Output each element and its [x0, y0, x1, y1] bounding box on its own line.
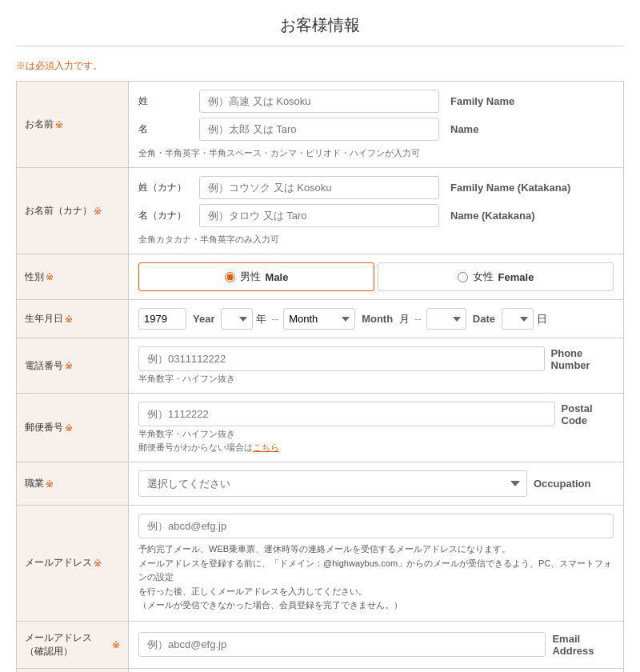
email-confirm-input-cell: Email Address: [129, 622, 623, 668]
email-confirm-label: メールアドレス（確認用）※: [17, 622, 129, 668]
postal-link[interactable]: こちら: [253, 442, 279, 452]
female-label: 女性: [473, 270, 494, 284]
dob-row: Year 年 -- Month Month 月 -- Date: [138, 308, 614, 330]
gender-choices: 男性 Male 女性 Female: [138, 262, 614, 291]
page-title: お客様情報: [0, 0, 640, 46]
given-name-label: 名: [138, 122, 194, 136]
postal-annotation: Postal Code: [562, 402, 614, 426]
sep1: --: [271, 313, 278, 325]
postal-input[interactable]: [138, 402, 555, 426]
family-name-row: 姓 Family Name: [138, 90, 614, 113]
email-confirm-annotation: Email Address: [552, 633, 614, 657]
postal-hint1: 半角数字・ハイフン抜き: [138, 428, 614, 440]
birthdate-row: 生年月日※ Year 年 -- Month Month 月 --: [17, 300, 623, 338]
given-name-row: 名 Name: [138, 118, 614, 141]
email-note: 予約完了メール、WEB乗車票、運休時等の連絡メールを受信するメールアドレスになり…: [138, 542, 614, 613]
phone-input-row: Phone Number: [138, 346, 614, 371]
occupation-select[interactable]: 選択してください: [138, 470, 527, 497]
year-annotation: Year: [193, 313, 214, 325]
postal-input-cell: Postal Code 半角数字・ハイフン抜き 郵便番号がわからない場合はこちら: [129, 394, 623, 462]
occupation-input-cell: 選択してください Occupation: [129, 462, 623, 505]
family-name-annotation: Family Name: [450, 95, 514, 107]
given-kana-annotation: Name (Katakana): [450, 210, 535, 222]
email-confirm-row: メールアドレス（確認用）※ Email Address: [17, 622, 623, 669]
given-kana-label: 名（カナ）: [138, 209, 194, 222]
family-kana-row: 姓（カナ） Family Name (Katakana): [138, 176, 614, 199]
name-kana-hint: 全角カタカナ・半角英字のみ入力可: [138, 234, 614, 246]
phone-hint: 半角数字・ハイフン抜き: [138, 373, 614, 385]
family-kana-annotation: Family Name (Katakana): [450, 182, 570, 194]
given-name-annotation: Name: [450, 123, 478, 135]
name-kana-inputs: 姓（カナ） Family Name (Katakana) 名（カナ） Name …: [129, 168, 623, 254]
given-name-input[interactable]: [199, 118, 439, 141]
sep2: --: [414, 313, 422, 325]
year-input[interactable]: [138, 308, 186, 330]
family-name-label: 姓: [138, 94, 194, 108]
phone-input-cell: Phone Number 半角数字・ハイフン抜き: [129, 338, 623, 393]
gender-options: 男性 Male 女性 Female: [129, 254, 623, 299]
date-select2[interactable]: [502, 308, 534, 330]
month-select[interactable]: Month: [283, 308, 355, 330]
email-label: メールアドレス※: [17, 506, 129, 621]
family-kana-input[interactable]: [199, 176, 439, 199]
birthdate-inputs: Year 年 -- Month Month 月 -- Date: [129, 300, 623, 338]
postal-hint2: 郵便番号がわからない場合はこちら: [138, 442, 614, 454]
postal-input-row: Postal Code: [138, 402, 614, 426]
email-input[interactable]: [138, 514, 614, 538]
year-unit: 年: [256, 312, 266, 326]
occupation-label: 職業※: [17, 462, 129, 505]
newsletter-label: メルマガ(不定期)配信を希望しますか？: [17, 669, 129, 672]
date-select[interactable]: [426, 308, 466, 330]
female-radio[interactable]: [458, 272, 468, 282]
occupation-select-row: 選択してください Occupation: [138, 470, 614, 497]
month-unit: 月: [399, 312, 410, 326]
name-inputs: 姓 Family Name 名 Name 全角・半角英字・半角スペース・カンマ・…: [129, 82, 623, 167]
female-option[interactable]: 女性 Female: [378, 262, 614, 291]
postal-row: 郵便番号※ Postal Code 半角数字・ハイフン抜き 郵便番号がわからない…: [17, 394, 623, 462]
phone-annotation: Phone Number: [551, 347, 614, 371]
family-kana-label: 姓（カナ）: [138, 181, 194, 194]
phone-input[interactable]: [138, 346, 545, 371]
phone-row: 電話番号※ Phone Number 半角数字・ハイフン抜き: [17, 338, 623, 394]
male-label: 男性: [240, 270, 261, 284]
name-kana-label: お名前（カナ）※: [17, 168, 129, 254]
required-note: ※は必須入力です。: [0, 54, 640, 81]
name-label: お名前※: [17, 82, 129, 167]
phone-label: 電話番号※: [17, 338, 129, 393]
date-unit: 日: [537, 312, 547, 326]
month-annotation: Month: [362, 313, 393, 325]
email-confirm-input[interactable]: [138, 632, 546, 657]
male-radio[interactable]: [225, 272, 235, 282]
given-kana-row: 名（カナ） Name (Katakana): [138, 204, 614, 227]
date-annotation: Date: [473, 313, 495, 325]
email-confirm-row-inner: Email Address: [138, 632, 614, 657]
year-select[interactable]: [221, 308, 253, 330]
gender-row: 性別※ 男性 Male 女性 Female: [17, 254, 623, 300]
male-annotation: Male: [266, 271, 289, 283]
name-kana-row: お名前（カナ）※ 姓（カナ） Family Name (Katakana) 名（…: [17, 168, 623, 254]
postal-label: 郵便番号※: [17, 394, 129, 462]
email-input-cell: 予約完了メール、WEB乗車票、運休時等の連絡メールを受信するメールアドレスになり…: [129, 506, 623, 621]
occupation-row: 職業※ 選択してください Occupation: [17, 462, 623, 506]
female-annotation: Female: [498, 271, 534, 283]
gender-label: 性別※: [17, 254, 129, 299]
newsletter-row: メルマガ(不定期)配信を希望しますか？ はい いいえ Do you want t…: [17, 669, 623, 672]
customer-form: お名前※ 姓 Family Name 名 Name 全角・半角英字・半角スペース…: [16, 81, 624, 672]
name-hint: 全角・半角英字・半角スペース・カンマ・ピリオド・ハイフンが入力可: [138, 147, 614, 159]
male-option[interactable]: 男性 Male: [138, 262, 374, 291]
newsletter-input-cell: はい いいえ Do you want to receive e-mail mag…: [129, 669, 623, 672]
name-row: お名前※ 姓 Family Name 名 Name 全角・半角英字・半角スペース…: [17, 82, 623, 168]
family-name-input[interactable]: [199, 90, 439, 113]
birthdate-label: 生年月日※: [17, 300, 129, 338]
title-divider: [16, 46, 624, 46]
email-row: メールアドレス※ 予約完了メール、WEB乗車票、運休時等の連絡メールを受信するメ…: [17, 506, 623, 622]
given-kana-input[interactable]: [199, 204, 439, 227]
occupation-annotation: Occupation: [534, 478, 614, 490]
